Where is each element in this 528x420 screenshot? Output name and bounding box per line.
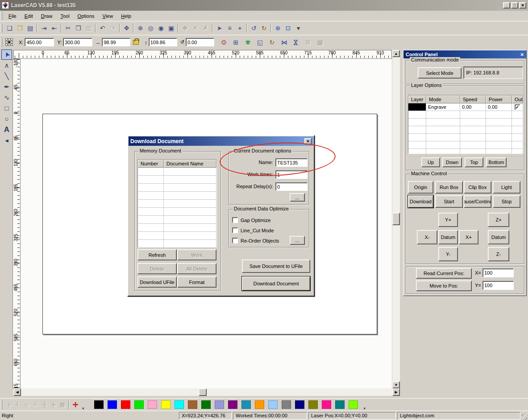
toolbar-overflow-icon[interactable]: ▾ (82, 406, 84, 411)
cut-icon[interactable]: ✂ (63, 23, 73, 33)
read-current-pos-button[interactable]: Read Current Pos: (416, 268, 472, 279)
menu-options[interactable]: Options (74, 12, 99, 20)
color-swatch[interactable] (175, 400, 184, 409)
memory-document-table[interactable]: NumberDocument Name (137, 159, 217, 247)
layer-down-button[interactable]: Down (442, 157, 462, 167)
save-file-icon[interactable]: ▤ (25, 23, 35, 33)
refresh-button[interactable]: Refresh (137, 249, 177, 260)
menu-edit[interactable]: Edit (21, 12, 37, 20)
aspect-lock-icon[interactable] (133, 40, 139, 45)
corner-anchor-icon[interactable]: ◱ (255, 37, 265, 47)
menu-draw[interactable]: Draw (37, 12, 57, 20)
zoom-select-icon[interactable]: ◎ (146, 23, 156, 33)
layer-top-button[interactable]: Top (465, 157, 483, 167)
origin-button[interactable]: Origin (408, 181, 433, 194)
jog-z-z+-button[interactable]: Z+ (488, 213, 509, 227)
close-button[interactable]: ✕ (519, 2, 526, 8)
gap-optimize-checkbox[interactable] (232, 217, 238, 223)
open-file-icon[interactable]: ❐ (15, 23, 25, 33)
color-swatch[interactable] (201, 400, 211, 409)
color-swatch[interactable] (282, 400, 291, 409)
line-tool[interactable]: ╲ (1, 71, 12, 81)
work-times-input[interactable] (275, 170, 308, 179)
color-swatch[interactable] (335, 400, 345, 409)
rotate-circle-icon[interactable]: ↻ (259, 23, 269, 33)
re-order-objects-checkbox[interactable] (232, 238, 238, 243)
scroll-right-arrow[interactable]: ▶ (392, 388, 400, 396)
jog-x-minus-button[interactable]: X- (417, 230, 437, 244)
jog-y-minus-button[interactable]: Y- (438, 247, 458, 261)
import-file-icon[interactable]: ⇥ (39, 23, 49, 33)
menu-view[interactable]: View (99, 12, 117, 20)
vertical-scroll-thumb[interactable] (392, 213, 400, 225)
jog-datum-button[interactable]: Datum (438, 230, 458, 244)
layer-row[interactable]: Engrave0.000.00✓ (408, 103, 523, 111)
save-document-to-ufile-button[interactable]: Save Document to UFile (242, 259, 310, 273)
color-swatch[interactable] (134, 400, 144, 409)
download-document-button[interactable]: Download Document (242, 276, 310, 291)
jog-z-z--button[interactable]: Z- (488, 247, 509, 261)
control-panel-close-icon[interactable]: ✕ (520, 52, 524, 57)
zoom-pick-icon[interactable]: ⌖ (235, 23, 245, 33)
horizontal-scroll-thumb[interactable] (199, 388, 207, 396)
repeat-delay-input[interactable] (275, 182, 308, 191)
horizontal-scrollbar[interactable]: ◀ ▶ (13, 388, 400, 396)
text-tool[interactable]: A (1, 124, 12, 135)
width-input[interactable] (102, 38, 130, 46)
new-document-icon[interactable]: ❏ (4, 23, 15, 33)
options-more-button[interactable]: ... (290, 193, 305, 202)
color-swatch[interactable] (349, 400, 358, 409)
y-position-input[interactable] (63, 38, 92, 46)
zoom-all-icon[interactable]: ◉ (156, 23, 166, 33)
download-button[interactable]: Download (408, 195, 433, 208)
select-mode-button[interactable]: Select Mode (418, 67, 461, 78)
select-tool[interactable]: ➤ (1, 49, 12, 60)
jog-y-plus-button[interactable]: Y+ (438, 213, 458, 227)
move-to-pos-button[interactable]: Move to Pos: (416, 280, 472, 291)
array-copy-icon[interactable]: ⊞ (231, 37, 241, 47)
start-button[interactable]: Start (435, 195, 463, 208)
laser-point-icon[interactable]: ✛ (71, 400, 80, 409)
x-position-input[interactable] (25, 38, 54, 46)
anchor-point-selector[interactable] (5, 38, 13, 46)
palette-overflow-icon[interactable]: ▾ (364, 406, 366, 411)
dialog-title-bar[interactable]: Download Document ✕ (129, 136, 313, 146)
menu-tool[interactable]: Tool (56, 12, 73, 20)
color-swatch[interactable] (295, 400, 304, 409)
pos-y-input[interactable] (482, 281, 514, 290)
ellipse-tool[interactable]: ○ (1, 114, 12, 124)
color-swatch[interactable] (161, 400, 170, 409)
toolbar-overflow-icon[interactable]: ▾ (293, 23, 303, 33)
node-circle-icon[interactable]: ↺ (249, 23, 259, 33)
resize-grip[interactable] (522, 414, 528, 420)
download-ufile-button[interactable]: Download UFile (137, 276, 177, 288)
color-swatch[interactable] (215, 400, 224, 409)
rotation-input[interactable] (186, 38, 214, 46)
color-swatch[interactable] (108, 400, 117, 409)
pen-tool[interactable]: ✒ (1, 82, 12, 92)
node-edit-tool[interactable]: ∧ (1, 60, 12, 70)
height-input[interactable] (149, 38, 177, 46)
rotate-object-icon[interactable]: ↻ (267, 37, 277, 47)
pause-continue-button[interactable]: Pause/Continue (464, 195, 491, 208)
dialog-close-button[interactable]: ✕ (304, 138, 312, 144)
color-swatch[interactable] (188, 400, 197, 409)
display-icon[interactable]: ⊡ (283, 23, 293, 33)
nest-icon[interactable]: ✾ (243, 37, 253, 47)
scroll-down-arrow[interactable]: ▼ (392, 381, 400, 388)
run-box-button[interactable]: Run Box (435, 181, 463, 194)
layer-up-button[interactable]: Up (421, 157, 440, 167)
mirror-vertical-icon[interactable]: ⋈ (291, 37, 301, 47)
undo-icon[interactable]: ↶ (97, 23, 108, 33)
jog-x-plus-button[interactable]: X+ (459, 230, 478, 244)
stop-button[interactable]: Stop (493, 195, 520, 208)
color-swatch[interactable] (241, 400, 251, 409)
minimize-button[interactable]: _ (503, 2, 510, 8)
color-swatch[interactable] (94, 400, 104, 409)
collapse-tools-icon[interactable]: ◂ (1, 135, 12, 145)
menu-file[interactable]: File (4, 12, 21, 20)
copy-icon[interactable]: ❐ (73, 23, 83, 33)
zoom-in-icon[interactable]: ⊕ (135, 23, 146, 33)
scroll-up-arrow[interactable]: ▲ (392, 50, 400, 57)
scroll-left-arrow[interactable]: ◀ (13, 388, 21, 396)
